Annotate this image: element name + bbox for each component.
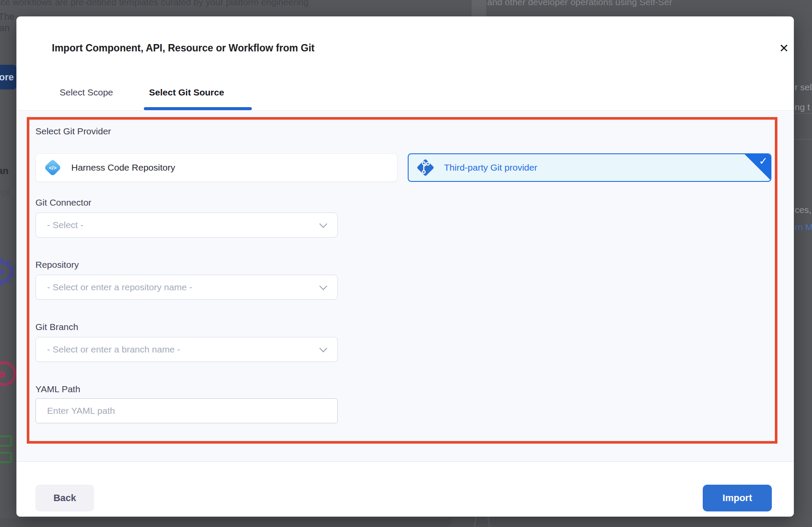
background-text-fragment: The [0,11,15,22]
selected-corner-badge: ✓ [744,153,771,181]
back-button[interactable]: Back [35,485,94,511]
background-line [473,517,477,527]
check-icon: ✓ [759,155,768,167]
repository-dropdown[interactable]: - Select or enter a repository name - [35,275,338,300]
chevron-down-icon [319,220,327,228]
import-button[interactable]: Import [703,485,772,511]
dropdown-placeholder: - Select or enter a repository name - [47,282,192,292]
yaml-path-input[interactable] [35,398,338,423]
provider-option-third-party[interactable]: Third-party Git provider ✓ [408,153,771,182]
gear-icon: ⚙ [0,254,18,290]
background-text-fragment: r sel [795,82,812,92]
background-card-edge [0,518,452,527]
git-branch-dropdown[interactable]: - Select or enter a branch name - [35,337,338,362]
tab-select-scope[interactable]: Select Scope [60,87,113,98]
chevron-down-icon [319,282,327,290]
modal-body: Select Git Provider </> Harness Code Rep… [16,110,794,461]
active-tab-indicator [144,107,252,110]
background-text-fragment: opt [0,187,10,198]
modal-title: Import Component, API, Resource or Workf… [52,42,314,54]
stack-icon [0,435,14,468]
background-text-fragment: an [0,22,10,34]
git-provider-label: Select Git Provider [35,126,111,137]
git-branch-label: Git Branch [35,322,78,332]
background-divider [794,113,812,114]
background-text-top-right: and other developer operations using Sel… [487,0,672,7]
import-from-git-modal: Import Component, API, Resource or Workf… [16,16,794,517]
background-text-fragment: an [0,165,9,177]
git-connector-label: Git Connector [35,197,92,208]
tab-select-git-source[interactable]: Select Git Source [149,87,224,98]
target-icon [0,361,16,386]
modal-footer: Back Import [16,461,794,517]
provider-option-harness-code[interactable]: </> Harness Code Repository [35,153,397,182]
background-explore-button: ore [0,65,16,89]
git-connector-dropdown[interactable]: - Select - [35,213,338,238]
background-text-top-left: vice workflows are pre-defined templates… [0,0,308,7]
svg-text:</>: </> [49,165,57,171]
background-divider [794,139,812,140]
background-link-fragment: rn M [795,222,812,232]
close-icon[interactable]: ✕ [774,39,793,58]
background-text-fragment: ng t [795,102,810,112]
yaml-path-label: YAML Path [35,384,80,394]
screen: vice workflows are pre-defined templates… [0,0,812,527]
repository-label: Repository [35,260,79,270]
background-line [487,517,491,527]
provider-option-label: Harness Code Repository [71,162,175,173]
harness-code-icon: </> [43,158,63,178]
background-column-gap [472,0,486,16]
dropdown-placeholder: - Select - [47,220,83,230]
background-text-fragment: ces, [795,205,812,215]
git-branch-icon [416,158,435,178]
provider-option-label: Third-party Git provider [444,162,537,173]
chevron-down-icon [319,344,327,352]
dropdown-placeholder: - Select or enter a branch name - [47,344,180,355]
